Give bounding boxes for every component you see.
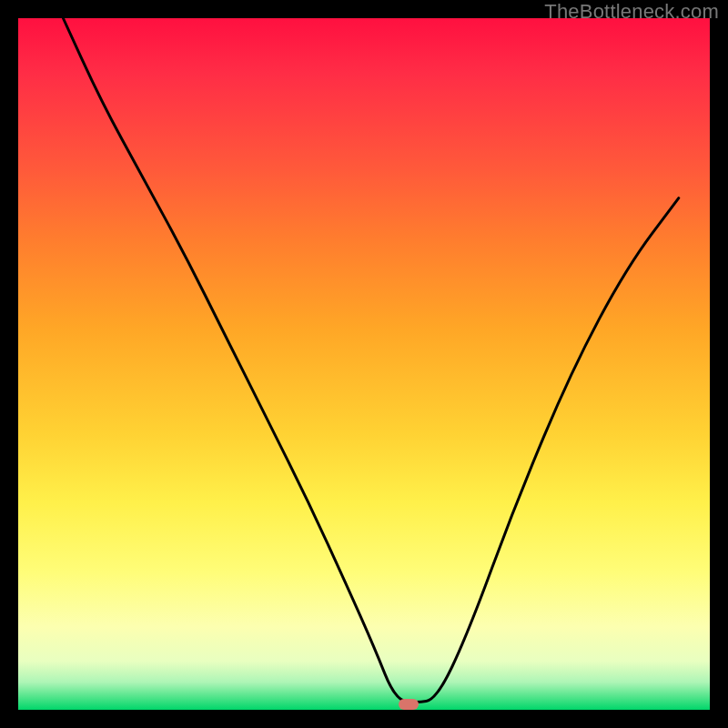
bottleneck-curve [18, 18, 710, 710]
minimum-marker [399, 699, 419, 710]
outer-frame: TheBottleneck.com [0, 0, 728, 728]
